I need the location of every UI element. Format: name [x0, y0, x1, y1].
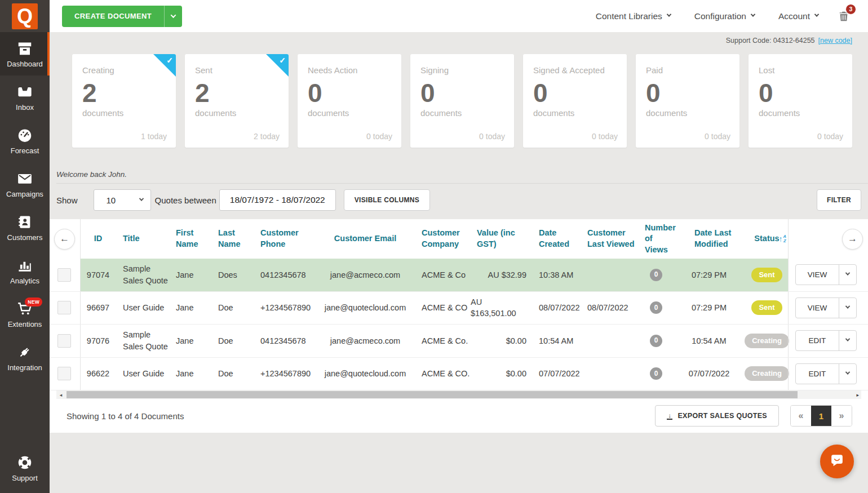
cell-views: 0	[640, 292, 672, 325]
quotecloud-logo-icon: Q	[12, 3, 38, 29]
column-header-label: Last Name	[218, 228, 253, 250]
trash-count-badge: 3	[845, 4, 856, 15]
create-document-button[interactable]: CREATE DOCUMENT	[62, 6, 182, 27]
status-cards: Creating2documents1 today✓Sent2documents…	[72, 54, 852, 148]
table-row: 96697User GuideJaneDoe+1234567890jane@qu…	[50, 292, 868, 325]
status-card-creating[interactable]: Creating2documents1 today✓	[72, 54, 176, 148]
scroll-forward-button[interactable]: →	[842, 229, 863, 250]
chevron-down-icon	[139, 196, 143, 201]
sidebar-item-dashboard[interactable]: Dashboard	[0, 32, 50, 75]
row-action-dropdown[interactable]	[839, 331, 856, 350]
cell-created: 10:54 AM	[530, 325, 584, 357]
column-header-id[interactable]: ID	[81, 219, 116, 259]
scroll-back-button[interactable]: ←	[54, 229, 75, 250]
column-header-modified[interactable]: Date Last Modified	[672, 219, 746, 259]
card-today-count: 1 today	[141, 132, 167, 141]
show-count-select[interactable]: 10	[94, 189, 151, 211]
pagination-page-1[interactable]: 1	[811, 406, 831, 426]
nav-label: Account	[778, 11, 810, 21]
nav-configuration[interactable]: Configuration	[694, 11, 755, 21]
row-checkbox[interactable]	[57, 367, 71, 380]
status-card-needs-action[interactable]: Needs Action0documents0 today	[298, 54, 401, 148]
table-row: 97074Sample Sales QuoteJaneDoes041234567…	[50, 259, 868, 292]
export-sales-quotes-button[interactable]: ↓ EXPORT SALES QUOTES	[655, 405, 779, 427]
column-header-value[interactable]: Value (inc GST)	[471, 219, 530, 259]
column-header-phone[interactable]: Customer Phone	[253, 219, 315, 259]
column-header-title[interactable]: Title	[116, 219, 172, 259]
visible-columns-button[interactable]: VISIBLE COLUMNS	[344, 189, 430, 211]
column-header-company[interactable]: Customer Company	[415, 219, 471, 259]
status-card-paid[interactable]: Paid0documents0 today	[636, 54, 739, 148]
cell-phone: +1234567890	[253, 292, 315, 325]
row-action-dropdown[interactable]	[839, 298, 856, 318]
scrollbar-thumb[interactable]	[67, 391, 798, 398]
app-logo[interactable]: Q	[0, 0, 50, 32]
row-action-dropdown[interactable]	[839, 265, 856, 285]
create-document-dropdown[interactable]	[164, 6, 182, 27]
sidebar-item-integration[interactable]: Integration	[0, 336, 50, 379]
status-card-sent[interactable]: Sent2documents2 today✓	[185, 54, 289, 148]
row-actions: EDIT	[788, 358, 868, 390]
status-card-lost[interactable]: Lost0documents0 today	[749, 54, 852, 148]
sidebar-item-extentions[interactable]: NEWExtentions	[0, 292, 50, 336]
chevron-down-icon	[845, 304, 850, 308]
views-count-badge: 0	[650, 335, 662, 347]
cell-company: ACME & Co	[415, 259, 471, 291]
horizontal-scrollbar[interactable]: ◂ ▸	[56, 390, 861, 399]
column-header-views[interactable]: Number of Views	[640, 219, 672, 259]
cell-value: AU $163,501.00	[471, 292, 530, 325]
pagination-next[interactable]: »	[831, 406, 852, 426]
table-header-row: ←IDTitleFirst NameLast NameCustomer Phon…	[50, 219, 868, 259]
sidebar-item-analytics[interactable]: Analytics	[0, 249, 50, 292]
row-checkbox[interactable]	[57, 301, 71, 314]
column-header-last_viewed[interactable]: Customer Last Viewed	[584, 219, 640, 259]
row-checkbox[interactable]	[57, 268, 71, 282]
views-count-badge: 0	[650, 269, 662, 281]
cell-views: 0	[640, 325, 672, 357]
sidebar-item-forecast[interactable]: Forecast	[0, 119, 50, 162]
status-card-signing[interactable]: Signing0documents0 today	[410, 54, 514, 148]
sidebar-item-inbox[interactable]: Inbox	[0, 75, 50, 119]
nav-account[interactable]: Account	[778, 11, 818, 21]
row-action-split-button: VIEW	[795, 264, 857, 285]
column-header-email[interactable]: Customer Email	[315, 219, 415, 259]
sidebar-item-support[interactable]: Support	[0, 446, 50, 490]
chat-support-button[interactable]	[820, 445, 854, 478]
card-count: 2	[82, 79, 166, 106]
sidebar-item-campaigns[interactable]: Campaigns	[0, 162, 50, 206]
row-action-button[interactable]: VIEW	[796, 298, 839, 318]
cell-title: Sample Sales Quote	[116, 259, 172, 291]
row-action-split-button: EDIT	[795, 330, 857, 351]
card-count: 2	[195, 79, 278, 106]
welcome-text: Welcome back John.	[56, 170, 127, 179]
column-header-first[interactable]: First Name	[172, 219, 212, 259]
column-header-created[interactable]: Date Created	[530, 219, 584, 259]
card-today-count: 0 today	[705, 132, 730, 141]
column-header-label: Customer Email	[334, 233, 396, 245]
column-header-status[interactable]: Status↑AZ	[746, 219, 788, 259]
row-action-dropdown[interactable]	[839, 364, 856, 384]
card-count: 0	[533, 79, 617, 106]
new-code-link[interactable]: [new code]	[818, 37, 852, 45]
card-today-count: 2 today	[254, 132, 280, 141]
date-range-input[interactable]	[219, 189, 336, 211]
status-card-signed-accepted[interactable]: Signed & Accepted0documents0 today	[523, 54, 627, 148]
sort-alpha-icon[interactable]: ↑AZ	[779, 234, 786, 245]
nav-content-libraries[interactable]: Content Libraries	[596, 11, 671, 21]
sidebar-item-customers[interactable]: Customers	[0, 206, 50, 249]
row-action-button[interactable]: EDIT	[796, 331, 839, 350]
trash-button[interactable]: 3	[838, 10, 850, 23]
row-checkbox[interactable]	[57, 334, 71, 348]
pagination-prev[interactable]: «	[791, 406, 811, 426]
scrollbar-left-arrow-icon[interactable]: ◂	[56, 392, 65, 398]
row-action-button[interactable]: EDIT	[796, 364, 839, 384]
documents-table-panel: ←IDTitleFirst NameLast NameCustomer Phon…	[50, 219, 868, 433]
cell-status: Sent	[746, 292, 788, 325]
chevron-down-icon	[751, 12, 755, 16]
scrollbar-right-arrow-icon[interactable]: ▸	[856, 392, 859, 398]
column-header-last[interactable]: Last Name	[212, 219, 253, 259]
nav-label: Configuration	[694, 11, 746, 21]
cell-created: 07/07/2022	[530, 358, 584, 390]
filter-button[interactable]: FILTER	[817, 189, 861, 211]
row-action-button[interactable]: VIEW	[796, 265, 839, 285]
